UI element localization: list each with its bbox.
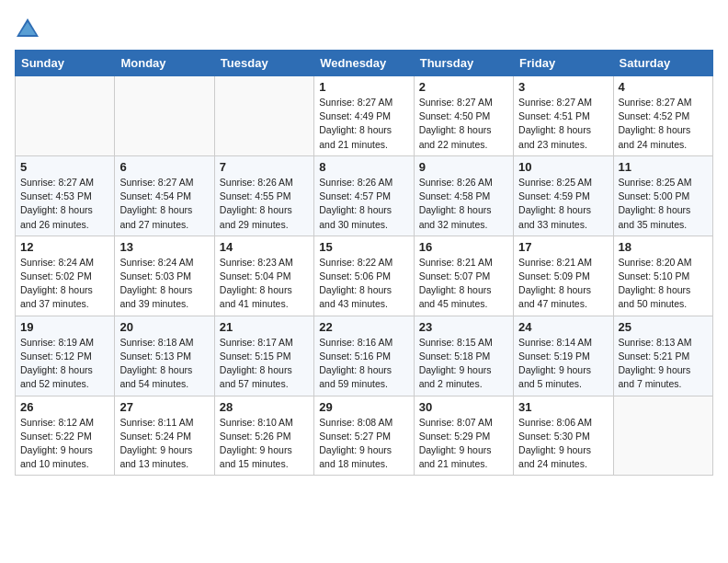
- calendar-cell: 13Sunrise: 8:24 AMSunset: 5:03 PMDayligh…: [115, 236, 214, 316]
- day-number: 6: [119, 160, 209, 174]
- calendar-cell: [115, 76, 214, 156]
- calendar-cell: 24Sunrise: 8:14 AMSunset: 5:19 PMDayligh…: [514, 316, 613, 396]
- weekday-header: Saturday: [613, 51, 712, 76]
- day-number: 8: [319, 160, 408, 174]
- day-number: 21: [220, 320, 309, 334]
- day-info: Sunrise: 8:27 AMSunset: 4:51 PMDaylight:…: [518, 96, 608, 152]
- calendar-cell: 8Sunrise: 8:26 AMSunset: 4:57 PMDaylight…: [314, 155, 414, 236]
- day-info: Sunrise: 8:21 AMSunset: 5:09 PMDaylight:…: [518, 256, 608, 312]
- calendar-week-row: 12Sunrise: 8:24 AMSunset: 5:02 PMDayligh…: [16, 236, 713, 316]
- calendar-cell: 3Sunrise: 8:27 AMSunset: 4:51 PMDaylight…: [514, 76, 613, 156]
- weekday-header: Wednesday: [314, 51, 414, 76]
- calendar-cell: 23Sunrise: 8:15 AMSunset: 5:18 PMDayligh…: [414, 316, 513, 396]
- calendar-cell: 6Sunrise: 8:27 AMSunset: 4:54 PMDaylight…: [115, 155, 214, 236]
- day-info: Sunrise: 8:24 AMSunset: 5:02 PMDaylight:…: [20, 256, 109, 312]
- day-number: 27: [119, 400, 209, 414]
- weekday-header: Tuesday: [214, 51, 313, 76]
- day-number: 3: [518, 80, 608, 94]
- day-info: Sunrise: 8:19 AMSunset: 5:12 PMDaylight:…: [20, 336, 109, 392]
- weekday-header: Friday: [514, 51, 613, 76]
- day-number: 19: [20, 320, 109, 334]
- calendar-cell: [16, 76, 115, 156]
- day-info: Sunrise: 8:27 AMSunset: 4:53 PMDaylight:…: [20, 176, 109, 232]
- calendar-cell: 26Sunrise: 8:12 AMSunset: 5:22 PMDayligh…: [16, 396, 115, 476]
- calendar-cell: 28Sunrise: 8:10 AMSunset: 5:26 PMDayligh…: [214, 396, 313, 476]
- day-info: Sunrise: 8:10 AMSunset: 5:26 PMDaylight:…: [220, 416, 309, 472]
- weekday-header: Thursday: [414, 51, 513, 76]
- day-number: 9: [419, 160, 508, 174]
- calendar-cell: 2Sunrise: 8:27 AMSunset: 4:50 PMDaylight…: [414, 76, 513, 156]
- day-info: Sunrise: 8:26 AMSunset: 4:57 PMDaylight:…: [319, 176, 408, 232]
- day-number: 31: [518, 400, 608, 414]
- day-info: Sunrise: 8:13 AMSunset: 5:21 PMDaylight:…: [619, 336, 708, 392]
- calendar-cell: [613, 396, 712, 476]
- weekday-header-row: SundayMondayTuesdayWednesdayThursdayFrid…: [16, 51, 713, 76]
- day-number: 16: [419, 240, 508, 254]
- calendar-cell: 30Sunrise: 8:07 AMSunset: 5:29 PMDayligh…: [414, 396, 513, 476]
- day-info: Sunrise: 8:11 AMSunset: 5:24 PMDaylight:…: [119, 416, 209, 472]
- calendar-cell: 14Sunrise: 8:23 AMSunset: 5:04 PMDayligh…: [214, 236, 313, 316]
- day-number: 17: [518, 240, 608, 254]
- calendar-cell: 20Sunrise: 8:18 AMSunset: 5:13 PMDayligh…: [115, 316, 214, 396]
- day-number: 14: [220, 240, 309, 254]
- day-info: Sunrise: 8:24 AMSunset: 5:03 PMDaylight:…: [119, 256, 209, 312]
- calendar-week-row: 1Sunrise: 8:27 AMSunset: 4:49 PMDaylight…: [16, 76, 713, 156]
- day-info: Sunrise: 8:21 AMSunset: 5:07 PMDaylight:…: [419, 256, 508, 312]
- calendar-cell: 7Sunrise: 8:26 AMSunset: 4:55 PMDaylight…: [214, 155, 313, 236]
- calendar-cell: 10Sunrise: 8:25 AMSunset: 4:59 PMDayligh…: [514, 155, 613, 236]
- day-number: 22: [319, 320, 408, 334]
- calendar-week-row: 19Sunrise: 8:19 AMSunset: 5:12 PMDayligh…: [16, 316, 713, 396]
- day-info: Sunrise: 8:20 AMSunset: 5:10 PMDaylight:…: [619, 256, 708, 312]
- calendar-cell: 22Sunrise: 8:16 AMSunset: 5:16 PMDayligh…: [314, 316, 414, 396]
- day-info: Sunrise: 8:22 AMSunset: 5:06 PMDaylight:…: [319, 256, 408, 312]
- calendar-cell: 4Sunrise: 8:27 AMSunset: 4:52 PMDaylight…: [613, 76, 712, 156]
- logo: [15, 15, 42, 40]
- day-number: 12: [20, 240, 109, 254]
- day-number: 23: [419, 320, 508, 334]
- day-info: Sunrise: 8:27 AMSunset: 4:54 PMDaylight:…: [119, 176, 209, 232]
- day-info: Sunrise: 8:07 AMSunset: 5:29 PMDaylight:…: [419, 416, 508, 472]
- day-info: Sunrise: 8:25 AMSunset: 4:59 PMDaylight:…: [518, 176, 608, 232]
- day-number: 2: [419, 80, 508, 94]
- logo-icon: [15, 15, 40, 40]
- day-number: 29: [319, 400, 408, 414]
- day-number: 24: [518, 320, 608, 334]
- day-number: 18: [619, 240, 708, 254]
- calendar-cell: 18Sunrise: 8:20 AMSunset: 5:10 PMDayligh…: [613, 236, 712, 316]
- calendar-cell: 15Sunrise: 8:22 AMSunset: 5:06 PMDayligh…: [314, 236, 414, 316]
- day-info: Sunrise: 8:15 AMSunset: 5:18 PMDaylight:…: [419, 336, 508, 392]
- day-number: 13: [119, 240, 209, 254]
- day-number: 20: [119, 320, 209, 334]
- day-number: 5: [20, 160, 109, 174]
- calendar-week-row: 5Sunrise: 8:27 AMSunset: 4:53 PMDaylight…: [16, 155, 713, 236]
- calendar-cell: 21Sunrise: 8:17 AMSunset: 5:15 PMDayligh…: [214, 316, 313, 396]
- calendar-cell: 1Sunrise: 8:27 AMSunset: 4:49 PMDaylight…: [314, 76, 414, 156]
- weekday-header: Sunday: [16, 51, 115, 76]
- day-number: 25: [619, 320, 708, 334]
- day-info: Sunrise: 8:27 AMSunset: 4:50 PMDaylight:…: [419, 96, 508, 152]
- calendar-cell: 27Sunrise: 8:11 AMSunset: 5:24 PMDayligh…: [115, 396, 214, 476]
- day-number: 11: [619, 160, 708, 174]
- day-info: Sunrise: 8:08 AMSunset: 5:27 PMDaylight:…: [319, 416, 408, 472]
- calendar-week-row: 26Sunrise: 8:12 AMSunset: 5:22 PMDayligh…: [16, 396, 713, 476]
- day-number: 7: [220, 160, 309, 174]
- page-header: [15, 15, 713, 40]
- calendar-cell: 11Sunrise: 8:25 AMSunset: 5:00 PMDayligh…: [613, 155, 712, 236]
- day-info: Sunrise: 8:17 AMSunset: 5:15 PMDaylight:…: [220, 336, 309, 392]
- day-info: Sunrise: 8:18 AMSunset: 5:13 PMDaylight:…: [119, 336, 209, 392]
- calendar-cell: 25Sunrise: 8:13 AMSunset: 5:21 PMDayligh…: [613, 316, 712, 396]
- day-number: 10: [518, 160, 608, 174]
- day-info: Sunrise: 8:26 AMSunset: 4:58 PMDaylight:…: [419, 176, 508, 232]
- day-number: 15: [319, 240, 408, 254]
- day-info: Sunrise: 8:26 AMSunset: 4:55 PMDaylight:…: [220, 176, 309, 232]
- day-info: Sunrise: 8:06 AMSunset: 5:30 PMDaylight:…: [518, 416, 608, 472]
- calendar-cell: 16Sunrise: 8:21 AMSunset: 5:07 PMDayligh…: [414, 236, 513, 316]
- day-info: Sunrise: 8:14 AMSunset: 5:19 PMDaylight:…: [518, 336, 608, 392]
- calendar-cell: 9Sunrise: 8:26 AMSunset: 4:58 PMDaylight…: [414, 155, 513, 236]
- day-number: 28: [220, 400, 309, 414]
- day-number: 1: [319, 80, 408, 94]
- day-info: Sunrise: 8:27 AMSunset: 4:52 PMDaylight:…: [619, 96, 708, 152]
- day-info: Sunrise: 8:12 AMSunset: 5:22 PMDaylight:…: [20, 416, 109, 472]
- day-info: Sunrise: 8:23 AMSunset: 5:04 PMDaylight:…: [220, 256, 309, 312]
- day-info: Sunrise: 8:16 AMSunset: 5:16 PMDaylight:…: [319, 336, 408, 392]
